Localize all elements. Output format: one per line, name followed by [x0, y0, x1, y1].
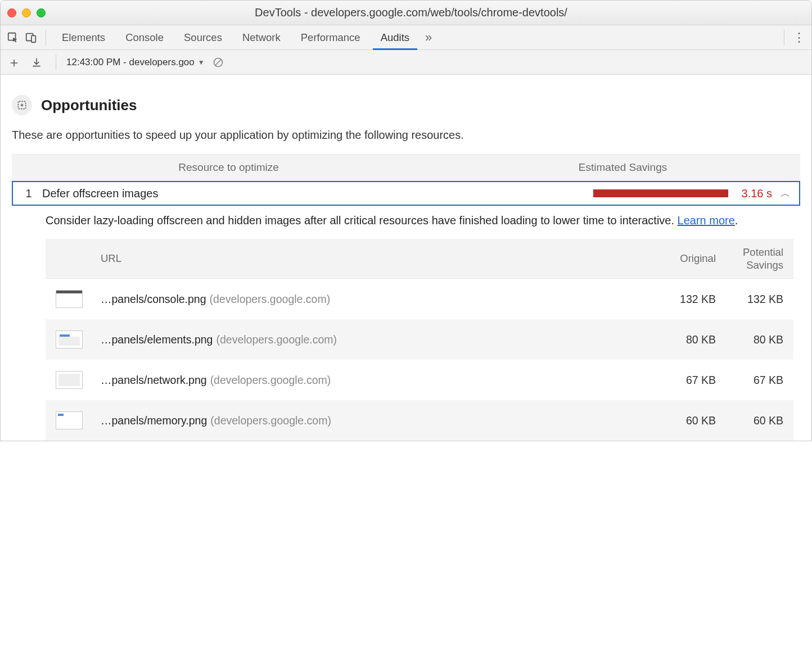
chevron-down-icon: ▼	[198, 58, 205, 66]
opportunity-row[interactable]: 1 Defer offscreen images 3.16 s ︿	[12, 181, 800, 206]
devtools-window: DevTools - developers.google.com/web/too…	[0, 0, 812, 441]
header-savings: Estimated Savings	[445, 155, 800, 180]
detail-original: 132 KB	[654, 293, 716, 306]
report-selector-label: 12:43:00 PM - developers.goo	[66, 57, 195, 68]
detail-url-path[interactable]: …panels/elements.png	[101, 333, 213, 346]
detail-header-original: Original	[654, 252, 716, 265]
svg-rect-2	[31, 35, 35, 42]
detail-row: …panels/elements.png(developers.google.c…	[46, 319, 793, 360]
opportunity-description-suffix: .	[735, 214, 738, 227]
divider	[784, 30, 784, 46]
tab-network[interactable]: Network	[232, 25, 291, 50]
window-title: DevTools - developers.google.com/web/too…	[17, 6, 805, 19]
audits-toolbar: ＋ 12:43:00 PM - developers.goo ▼	[1, 50, 811, 75]
detail-url-host: (developers.google.com)	[210, 374, 331, 386]
opportunities-header: Opportunities	[12, 95, 800, 115]
opportunities-icon	[12, 95, 32, 115]
detail-savings: 132 KB	[716, 293, 783, 306]
opportunity-index: 1	[15, 187, 42, 200]
thumbnail-icon	[56, 330, 83, 348]
audits-content: Opportunities These are opportunities to…	[1, 75, 811, 441]
divider	[46, 30, 46, 46]
detail-row: …panels/network.png(developers.google.co…	[46, 360, 793, 400]
opportunities-title: Opportunities	[41, 97, 137, 114]
report-selector[interactable]: 12:43:00 PM - developers.goo ▼	[66, 57, 205, 68]
savings-bar	[593, 189, 728, 197]
clear-icon[interactable]	[209, 53, 227, 71]
detail-url-path[interactable]: …panels/memory.png	[101, 414, 207, 427]
tab-sources[interactable]: Sources	[174, 25, 232, 50]
header-resource: Resource to optimize	[12, 155, 445, 180]
new-audit-icon[interactable]: ＋	[5, 53, 23, 71]
detail-original: 67 KB	[654, 374, 716, 387]
more-tabs-icon[interactable]: »	[419, 29, 437, 47]
thumbnail-icon	[56, 411, 83, 429]
opportunity-bar	[520, 189, 728, 197]
opportunity-description: Consider lazy-loading offscreen and hidd…	[12, 206, 800, 239]
detail-savings: 60 KB	[716, 414, 783, 427]
close-window-button[interactable]	[7, 8, 16, 17]
tab-audits[interactable]: Audits	[371, 25, 419, 50]
detail-header-url: URL	[101, 252, 654, 265]
detail-url-host: (developers.google.com)	[210, 414, 331, 427]
detail-savings: 67 KB	[716, 374, 783, 387]
chevron-up-icon: ︿	[779, 187, 792, 200]
devtools-tabbar: Elements Console Sources Network Perform…	[1, 25, 811, 50]
opportunities-table-header: Resource to optimize Estimated Savings	[12, 154, 800, 181]
detail-original: 60 KB	[654, 414, 716, 427]
detail-savings: 80 KB	[716, 333, 783, 346]
learn-more-link[interactable]: Learn more	[678, 214, 735, 227]
opportunity-detail-table: URL Original Potential Savings …panels/c…	[46, 239, 793, 441]
detail-url-host: (developers.google.com)	[210, 293, 331, 305]
divider	[56, 55, 56, 70]
detail-header: URL Original Potential Savings	[46, 239, 793, 279]
opportunity-savings: 3.16 s	[728, 187, 779, 200]
detail-row: …panels/console.png(developers.google.co…	[46, 279, 793, 319]
tab-performance[interactable]: Performance	[291, 25, 371, 50]
settings-menu-icon[interactable]: ⋮	[790, 30, 808, 45]
tab-console[interactable]: Console	[115, 25, 174, 50]
detail-url-path[interactable]: …panels/network.png	[101, 374, 207, 386]
thumbnail-icon	[56, 371, 83, 389]
tab-elements[interactable]: Elements	[52, 25, 115, 50]
detail-header-savings: Potential Savings	[716, 246, 783, 271]
opportunities-description: These are opportunities to speed up your…	[12, 129, 800, 142]
detail-url-host: (developers.google.com)	[216, 333, 337, 346]
thumbnail-icon	[56, 290, 83, 308]
detail-url-path[interactable]: …panels/console.png	[101, 293, 206, 305]
device-toolbar-icon[interactable]	[22, 29, 40, 47]
download-report-icon[interactable]	[28, 53, 46, 71]
inspect-element-icon[interactable]	[4, 29, 22, 47]
opportunities-table: Resource to optimize Estimated Savings 1…	[12, 154, 800, 441]
opportunity-name: Defer offscreen images	[42, 187, 520, 200]
opportunity-description-text: Consider lazy-loading offscreen and hidd…	[46, 214, 678, 227]
titlebar: DevTools - developers.google.com/web/too…	[1, 1, 811, 25]
detail-original: 80 KB	[654, 333, 716, 346]
detail-row: …panels/memory.png(developers.google.com…	[46, 400, 793, 441]
